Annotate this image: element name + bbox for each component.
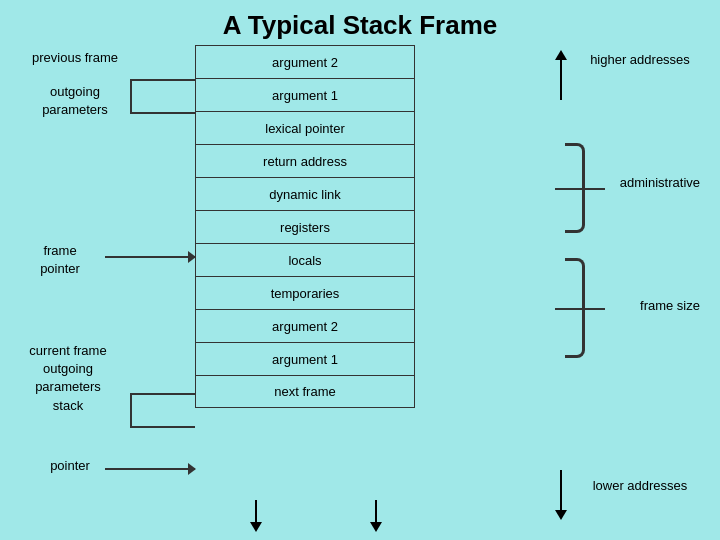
higher-addresses-arrow xyxy=(555,50,567,100)
stack-row: temporaries xyxy=(195,276,415,309)
arrow-head xyxy=(250,522,262,532)
param-line-bot-top xyxy=(130,393,195,395)
param-line-bot-mid xyxy=(130,426,195,428)
framesize-brace-line xyxy=(555,308,605,310)
stack-row: locals xyxy=(195,243,415,276)
stack-row: argument 1 xyxy=(195,342,415,375)
admin-brace-line xyxy=(555,188,605,190)
param-line-top xyxy=(130,79,195,81)
stack-row: argument 2 xyxy=(195,309,415,342)
label-higher-addresses: higher addresses xyxy=(580,52,700,67)
param-vertical-bot xyxy=(130,393,132,426)
arrow-line xyxy=(560,470,562,510)
label-outgoing-params-top: outgoing parameters xyxy=(20,83,130,119)
arrow-head xyxy=(555,510,567,520)
stack-row: return address xyxy=(195,144,415,177)
stack-frame: argument 2 argument 1 lexical pointer re… xyxy=(195,45,415,408)
down-arrow-left xyxy=(250,500,262,532)
stack-row: lexical pointer xyxy=(195,111,415,144)
arrow-line xyxy=(375,500,377,522)
lower-addresses-arrow xyxy=(555,470,567,520)
arrow-line xyxy=(255,500,257,522)
down-arrow-right xyxy=(370,500,382,532)
stack-row: dynamic link xyxy=(195,177,415,210)
label-stack-pointer: pointer xyxy=(20,458,120,473)
stack-row: argument 1 xyxy=(195,78,415,111)
stack-row: registers xyxy=(195,210,415,243)
param-vertical-top xyxy=(130,79,132,112)
stack-pointer-arrow xyxy=(105,468,195,470)
stack-row: argument 2 xyxy=(195,45,415,78)
label-previous-frame: previous frame xyxy=(20,50,130,65)
label-current-frame: current frameoutgoingparametersstack xyxy=(8,342,128,415)
arrow-line xyxy=(560,60,562,100)
frame-pointer-arrow xyxy=(105,256,195,258)
stack-row-next-frame: next frame xyxy=(195,375,415,408)
arrow-head xyxy=(370,522,382,532)
label-administrative: administrative xyxy=(620,175,700,190)
param-line-mid xyxy=(130,112,195,114)
label-lower-addresses: lower addresses xyxy=(580,478,700,493)
label-frame-pointer: framepointer xyxy=(10,242,110,278)
page-title: A Typical Stack Frame xyxy=(0,10,720,41)
arrow-head xyxy=(555,50,567,60)
label-frame-size: frame size xyxy=(640,298,700,313)
